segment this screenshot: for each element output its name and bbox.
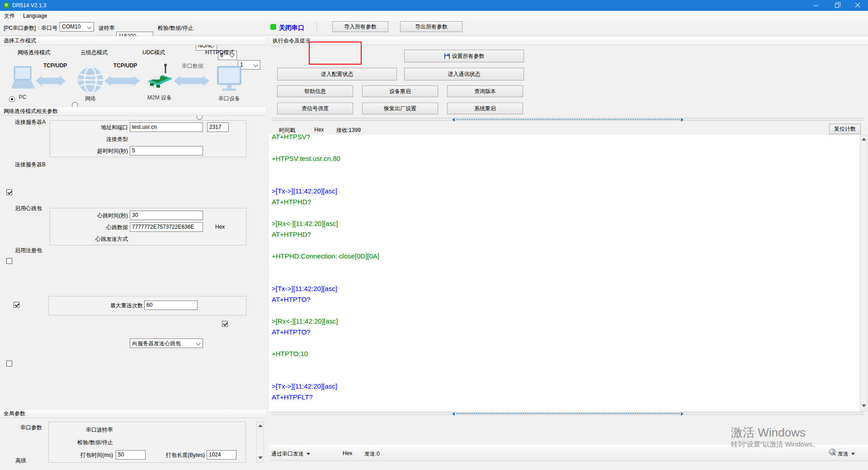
heartbeat-time-input[interactable]: 30 <box>130 211 203 220</box>
left-panel-scrollbar[interactable] <box>256 422 264 463</box>
activate-windows-watermark: 激活 Windows <box>731 425 806 441</box>
log-line <box>269 240 860 251</box>
com-port-select[interactable]: COM10 <box>60 22 94 32</box>
send-hex-label: Hex <box>343 450 352 456</box>
timeout-input[interactable]: 5 <box>130 146 203 155</box>
log-line: AT+HTPHD? <box>269 197 860 207</box>
advanced-label: 高级 <box>15 457 26 465</box>
radio-udc-mode-label: UDC模式 <box>142 49 165 56</box>
system-restart-button[interactable]: 系统重启 <box>447 103 523 114</box>
log-content: AT+HTPSV? +HTPSV:test.usr.cn,80 >[Tx->][… <box>269 135 860 403</box>
bottom-splitter-slider[interactable] <box>452 412 684 416</box>
slider-dotted-line <box>456 119 679 120</box>
log-line: >[Tx->][11:42:20][asc] <box>269 381 860 392</box>
reconnect-input[interactable]: 60 <box>144 301 198 310</box>
close-port-button[interactable]: 关闭串口 <box>279 24 304 32</box>
register-checkbox[interactable] <box>6 361 12 367</box>
menu-file[interactable]: 文件 <box>0 11 19 21</box>
heartbeat-mode-select[interactable]: 向服务器发送心跳包 <box>130 338 203 348</box>
work-mode-header: 选择工作模式 <box>0 36 266 45</box>
top-splitter-slider[interactable] <box>452 118 684 122</box>
close-icon <box>855 3 860 8</box>
slider-right-icon <box>681 118 684 122</box>
heartbeat-hex-label: Hex <box>215 224 225 230</box>
heartbeat-checkbox[interactable] <box>14 302 19 308</box>
serial-device-monitor-icon <box>217 66 241 92</box>
scroll-down-icon[interactable] <box>258 456 263 459</box>
addr-port-label: 地址和端口 <box>81 122 128 132</box>
send-button[interactable]: 发送 <box>838 450 855 458</box>
server-addr-input[interactable]: test.usr.cn <box>130 122 203 132</box>
heartbeat-data-label: 心跳数据 <box>81 222 128 231</box>
conn-type-label: 连接类型 <box>81 134 128 143</box>
radio-httpd-mode-label: HTTPD模式 <box>205 49 234 56</box>
net-params-header: 网络透传模式相关参数 <box>0 107 266 116</box>
scroll-up-icon[interactable] <box>258 424 263 427</box>
slider-dotted-line <box>456 413 679 414</box>
log-line: >[Tx->][11:42:20][asc] <box>269 186 860 197</box>
heartbeat-time-label: 心跳时间(秒) <box>81 210 128 220</box>
close-button[interactable] <box>847 0 868 11</box>
reset-counter-button[interactable]: 复位计数 <box>829 124 861 134</box>
log-line: AT+HTPSV? <box>269 135 860 142</box>
slider-right-icon <box>681 412 684 416</box>
heartbeat-mode-label: 心跳发送方式 <box>81 234 128 243</box>
slider-left-icon <box>452 412 455 416</box>
app-icon <box>3 2 9 9</box>
packtime-input[interactable]: 50 <box>116 450 146 460</box>
window-title: DR514 V2.1.3 <box>12 2 46 9</box>
log-line <box>269 305 860 316</box>
server-port-input[interactable]: 2317 <box>207 122 229 132</box>
query-version-button[interactable]: 查询版本 <box>447 85 523 97</box>
import-params-button[interactable]: 导入所有参数 <box>332 21 388 32</box>
log-line: AT+HTPFLT? <box>269 392 860 403</box>
title-bar: DR514 V2.1.3 <box>0 0 868 11</box>
global-params-header: 全局参数 <box>0 409 266 418</box>
restore-icon <box>835 4 839 8</box>
log-line <box>269 273 860 283</box>
set-params-button[interactable]: 设置所有参数 <box>404 50 524 62</box>
log-scroll-up-icon[interactable] <box>862 138 866 141</box>
export-params-button[interactable]: 导出所有参数 <box>400 21 462 32</box>
slider-left-icon <box>452 118 455 122</box>
heartbeat-label: 启用心跳包 <box>15 205 42 212</box>
g-baud-label: 串口波特率 <box>68 424 113 434</box>
help-info-button[interactable]: 帮助信息 <box>277 85 353 97</box>
baud-label: 波特率 <box>99 24 115 32</box>
g-pds-label: 检验/数据/停止 <box>68 437 113 446</box>
log-area[interactable]: AT+HTPSV? +HTPSV:test.usr.cn,80 >[Tx->][… <box>269 135 860 411</box>
packlen-input[interactable]: 1024 <box>207 450 236 460</box>
network-globe-icon <box>77 66 104 94</box>
log-line: AT+HTPTO? <box>269 327 860 338</box>
signal-strength-button[interactable]: 查信号强度 <box>277 103 353 114</box>
log-scroll-down-icon[interactable] <box>862 404 866 407</box>
minimize-button[interactable] <box>806 0 826 11</box>
server-a-checkbox[interactable] <box>6 189 12 195</box>
menu-language[interactable]: Language <box>19 11 51 21</box>
server-b-checkbox[interactable] <box>6 258 12 264</box>
server-b-label: 连接服务器B <box>15 161 46 169</box>
diagram-node-pc-label: PC <box>14 94 32 100</box>
device-restart-button[interactable]: 设备重启 <box>362 85 438 97</box>
log-line: AT+HTPHD? <box>269 229 860 240</box>
log-line: AT+HTPTO? <box>269 294 860 305</box>
packtime-label: 打包时间(ms) <box>68 450 113 459</box>
enter-config-button[interactable]: 进入配置状态 <box>277 68 397 80</box>
factory-reset-button[interactable]: 恢复出厂设置 <box>362 103 438 114</box>
log-line: +HTPSV:test.usr.cn,80 <box>269 153 860 164</box>
heartbeat-data-input[interactable]: 7777772E7573722E636E <box>130 222 203 232</box>
radio-net-passthrough-label: 网络透传模式 <box>18 49 50 56</box>
log-line <box>269 370 860 381</box>
send-method-dropdown[interactable]: 通过串口发送 <box>271 450 310 458</box>
log-line <box>269 359 860 370</box>
heartbeat-hex-checkbox[interactable] <box>222 321 228 327</box>
log-scrollbar[interactable] <box>860 135 868 411</box>
serial-group-label: 串口参数 <box>20 424 42 432</box>
parity-data-stop-label: 检验/数据/停止 <box>158 24 193 32</box>
send-icon <box>829 448 836 456</box>
enter-comm-button[interactable]: 进入通讯状态 <box>404 68 524 80</box>
sent-counter: 发送:0 <box>364 450 380 458</box>
pc-serial-label: [PC串口参数]：串口号 <box>4 24 57 32</box>
server-a-label: 连接服务器A <box>15 118 46 126</box>
restore-button[interactable] <box>826 0 847 11</box>
